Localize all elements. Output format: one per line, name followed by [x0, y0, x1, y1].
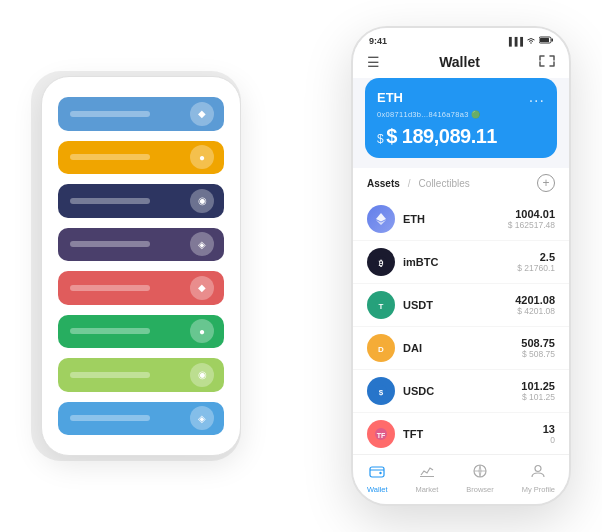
battery-icon	[539, 36, 553, 46]
wallet-nav-icon	[369, 463, 385, 483]
list-item[interactable]: ETH 1004.01 $ 162517.48	[353, 198, 569, 241]
scene: ◆ ● ◉ ◈ ◆ ● ◉ ◈	[21, 16, 581, 516]
usdt-amount: 4201.08	[515, 294, 555, 306]
expand-icon[interactable]	[539, 55, 555, 70]
assets-tabs: Assets / Collectibles +	[353, 168, 569, 198]
usdc-usd: $ 101.25	[521, 392, 555, 402]
svg-text:D: D	[378, 345, 384, 354]
asset-list: ETH 1004.01 $ 162517.48 ₿ imBTC 2.5 $ 21…	[353, 198, 569, 454]
card-icon: ●	[190, 319, 214, 343]
nav-browser[interactable]: Browser	[466, 463, 494, 494]
tab-assets[interactable]: Assets	[367, 178, 400, 189]
dai-asset-icon: D	[367, 334, 395, 362]
card-icon: ◈	[190, 406, 214, 430]
list-item[interactable]: TF TFT 13 0	[353, 413, 569, 454]
wallet-nav-label: Wallet	[367, 485, 388, 494]
market-nav-icon	[419, 463, 435, 483]
list-item: ◉	[58, 358, 224, 392]
svg-rect-1	[552, 39, 554, 42]
browser-nav-icon	[472, 463, 488, 483]
nav-market[interactable]: Market	[415, 463, 438, 494]
list-item: ◆	[58, 271, 224, 305]
wallet-title: Wallet	[439, 54, 480, 70]
list-item: ◈	[58, 402, 224, 436]
wifi-icon	[526, 36, 536, 46]
menu-icon[interactable]: ☰	[367, 54, 380, 70]
signal-icon: ▐▐▐	[506, 37, 523, 46]
asset-name-usdt: USDT	[403, 299, 515, 311]
dai-amount: 508.75	[521, 337, 555, 349]
tft-amount: 13	[543, 423, 555, 435]
status-bar: 9:41 ▐▐▐	[353, 28, 569, 50]
list-item[interactable]: D DAI 508.75 $ 508.75	[353, 327, 569, 370]
svg-point-19	[535, 466, 541, 472]
usdc-amount: 101.25	[521, 380, 555, 392]
card-icon: ◉	[190, 363, 214, 387]
svg-marker-3	[376, 213, 386, 222]
list-item[interactable]: $ USDC 101.25 $ 101.25	[353, 370, 569, 413]
bg-phone: ◆ ● ◉ ◈ ◆ ● ◉ ◈	[41, 76, 241, 456]
tft-usd: 0	[543, 435, 555, 445]
card-icon: ◆	[190, 102, 214, 126]
eth-card: ETH ... 0x08711d3b...8416a78a3 🟢 $$ 189,…	[365, 78, 557, 158]
list-item: ●	[58, 315, 224, 349]
eth-asset-icon	[367, 205, 395, 233]
eth-card-balance: $$ 189,089.11	[377, 125, 545, 148]
tft-asset-icon: TF	[367, 420, 395, 448]
card-icon: ●	[190, 145, 214, 169]
asset-name-usdc: USDC	[403, 385, 521, 397]
svg-rect-2	[540, 38, 549, 42]
nav-profile[interactable]: My Profile	[522, 463, 555, 494]
usdt-asset-icon: T	[367, 291, 395, 319]
tab-divider: /	[408, 178, 411, 189]
eth-card-name: ETH	[377, 90, 403, 105]
eth-card-address: 0x08711d3b...8416a78a3 🟢	[377, 110, 545, 119]
status-icons: ▐▐▐	[506, 36, 553, 46]
bottom-nav: Wallet Market Browser My Profile	[353, 454, 569, 504]
dai-usd: $ 508.75	[521, 349, 555, 359]
imbtc-asset-icon: ₿	[367, 248, 395, 276]
eth-usd: $ 162517.48	[508, 220, 555, 230]
tabs-left: Assets / Collectibles	[367, 178, 470, 189]
asset-name-imbtc: imBTC	[403, 256, 517, 268]
eth-card-more-icon[interactable]: ...	[529, 88, 545, 106]
tab-collectibles[interactable]: Collectibles	[419, 178, 470, 189]
svg-rect-15	[370, 467, 384, 477]
phone-header: ☰ Wallet	[353, 50, 569, 78]
status-time: 9:41	[369, 36, 387, 46]
svg-text:T: T	[379, 302, 384, 311]
add-asset-button[interactable]: +	[537, 174, 555, 192]
profile-nav-icon	[530, 463, 546, 483]
asset-name-dai: DAI	[403, 342, 521, 354]
asset-name-tft: TFT	[403, 428, 543, 440]
asset-name-eth: ETH	[403, 213, 508, 225]
profile-nav-label: My Profile	[522, 485, 555, 494]
card-icon: ◈	[190, 232, 214, 256]
list-item[interactable]: ₿ imBTC 2.5 $ 21760.1	[353, 241, 569, 284]
list-item: ◆	[58, 97, 224, 131]
market-nav-label: Market	[415, 485, 438, 494]
list-item: ◈	[58, 228, 224, 262]
fg-phone: 9:41 ▐▐▐ ☰ Wallet	[351, 26, 571, 506]
list-item[interactable]: T USDT 4201.08 $ 4201.08	[353, 284, 569, 327]
list-item: ●	[58, 141, 224, 175]
imbtc-amount: 2.5	[517, 251, 555, 263]
eth-card-header: ETH ...	[377, 88, 545, 106]
svg-text:$: $	[379, 388, 384, 397]
usdt-usd: $ 4201.08	[515, 306, 555, 316]
list-item: ◉	[58, 184, 224, 218]
svg-text:TF: TF	[377, 432, 386, 439]
svg-rect-17	[420, 476, 434, 477]
eth-amount: 1004.01	[508, 208, 555, 220]
usdc-asset-icon: $	[367, 377, 395, 405]
card-icon: ◆	[190, 276, 214, 300]
browser-nav-label: Browser	[466, 485, 494, 494]
imbtc-usd: $ 21760.1	[517, 263, 555, 273]
nav-wallet[interactable]: Wallet	[367, 463, 388, 494]
svg-point-16	[380, 472, 382, 474]
card-icon: ◉	[190, 189, 214, 213]
